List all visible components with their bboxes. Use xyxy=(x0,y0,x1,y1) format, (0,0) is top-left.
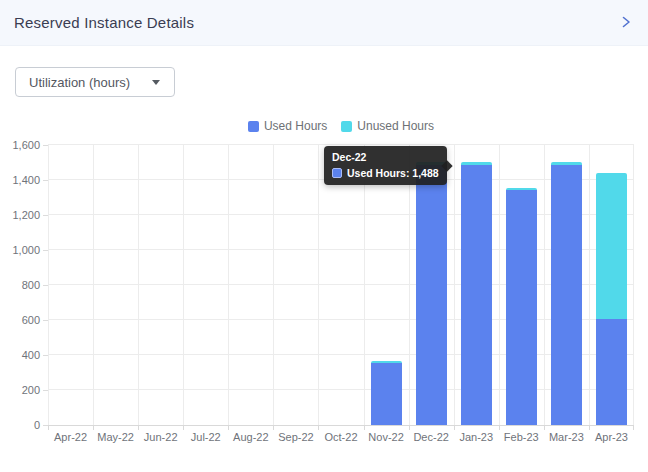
y-tick-label: 0 xyxy=(0,419,40,431)
chevron-right-icon xyxy=(619,15,633,32)
gridline-vertical xyxy=(183,145,184,425)
bar-segment-used-Apr-23[interactable] xyxy=(596,319,627,425)
x-tick-label: Sep-22 xyxy=(271,431,321,443)
gridline-horizontal xyxy=(48,214,634,215)
gridline-vertical xyxy=(318,145,319,425)
gridline-horizontal xyxy=(48,319,634,320)
x-tick-label: Dec-22 xyxy=(406,431,456,443)
y-tick-label: 800 xyxy=(0,279,40,291)
x-tick-mark xyxy=(633,425,634,430)
legend-item-used-hours[interactable]: Used Hours xyxy=(248,119,327,133)
x-tick-label: Apr-23 xyxy=(586,431,636,443)
gridline-vertical xyxy=(138,145,139,425)
gridline-horizontal xyxy=(48,144,634,145)
gridline-vertical xyxy=(589,145,590,425)
x-tick-mark xyxy=(228,425,229,430)
gridline-vertical xyxy=(273,145,274,425)
bar-segment-used-Dec-22[interactable] xyxy=(416,165,447,425)
x-tick-label: Oct-22 xyxy=(316,431,366,443)
panel-header: Reserved Instance Details xyxy=(0,0,648,46)
x-tick-label: Jan-23 xyxy=(451,431,501,443)
x-tick-mark xyxy=(364,425,365,430)
x-tick-mark xyxy=(409,425,410,430)
x-tick-label: Apr-22 xyxy=(46,431,96,443)
gridline-vertical xyxy=(228,145,229,425)
x-tick-mark xyxy=(499,425,500,430)
x-tick-mark xyxy=(183,425,184,430)
bar-segment-unused-Feb-23[interactable] xyxy=(506,188,537,191)
bar-segment-used-Jan-23[interactable] xyxy=(461,165,492,425)
tooltip-series-row: Used Hours: 1,488 xyxy=(332,167,439,179)
gridline-vertical xyxy=(544,145,545,425)
y-tick-label: 1,200 xyxy=(0,209,40,221)
x-tick-mark xyxy=(589,425,590,430)
legend-item-unused-hours[interactable]: Unused Hours xyxy=(341,119,434,133)
bar-segment-unused-Apr-23[interactable] xyxy=(596,173,627,319)
x-tick-mark xyxy=(93,425,94,430)
legend-label: Unused Hours xyxy=(357,119,434,133)
gridline-vertical xyxy=(364,145,365,425)
x-tick-label: Feb-23 xyxy=(496,431,546,443)
bar-segment-unused-Nov-22[interactable] xyxy=(371,361,402,364)
gridline-horizontal xyxy=(48,354,634,355)
gridline-vertical xyxy=(633,145,634,425)
x-axis-labels: Apr-22May-22Jun-22Jul-22Aug-22Sep-22Oct-… xyxy=(48,431,634,445)
dropdown-caret-icon xyxy=(152,80,160,85)
x-tick-mark xyxy=(48,425,49,430)
y-tick-label: 1,600 xyxy=(0,139,40,151)
gridline-horizontal xyxy=(48,284,634,285)
x-tick-label: Nov-22 xyxy=(361,431,411,443)
gridline-horizontal xyxy=(48,389,634,390)
bar-segment-used-Mar-23[interactable] xyxy=(551,165,582,425)
x-tick-label: Aug-22 xyxy=(226,431,276,443)
metric-select-dropdown[interactable]: Utilization (hours) xyxy=(15,67,175,97)
x-tick-mark xyxy=(544,425,545,430)
tooltip-value: Used Hours: 1,488 xyxy=(347,167,439,179)
unused-hours-swatch-icon xyxy=(341,121,352,132)
gridline-horizontal xyxy=(48,425,634,426)
reserved-instance-details-panel: Reserved Instance Details Utilization (h… xyxy=(0,0,648,472)
used-hours-swatch-icon xyxy=(248,121,259,132)
y-tick-label: 600 xyxy=(0,314,40,326)
y-tick-label: 200 xyxy=(0,384,40,396)
legend-label: Used Hours xyxy=(264,119,327,133)
x-tick-mark xyxy=(454,425,455,430)
gridline-vertical xyxy=(409,145,410,425)
chart-plot-area xyxy=(48,145,634,425)
gridline-vertical xyxy=(93,145,94,425)
tooltip-series-marker-icon xyxy=(332,168,342,178)
y-tick-label: 1,400 xyxy=(0,174,40,186)
bar-segment-unused-Mar-23[interactable] xyxy=(551,162,582,165)
metric-select-value: Utilization (hours) xyxy=(16,75,152,90)
gridline-vertical xyxy=(48,145,49,425)
chart-tooltip: Dec-22 Used Hours: 1,488 xyxy=(324,146,447,185)
x-tick-label: May-22 xyxy=(91,431,141,443)
gridline-vertical xyxy=(454,145,455,425)
x-tick-label: Jun-22 xyxy=(136,431,186,443)
x-tick-label: Jul-22 xyxy=(181,431,231,443)
x-tick-mark xyxy=(138,425,139,430)
bar-segment-used-Feb-23[interactable] xyxy=(506,190,537,425)
x-tick-label: Mar-23 xyxy=(541,431,591,443)
y-tick-label: 1,000 xyxy=(0,244,40,256)
panel-collapse-button[interactable] xyxy=(612,9,640,37)
page-title: Reserved Instance Details xyxy=(14,14,194,31)
chart-legend: Used Hours Unused Hours xyxy=(48,118,634,134)
bar-segment-unused-Jan-23[interactable] xyxy=(461,162,492,165)
bar-segment-used-Nov-22[interactable] xyxy=(371,363,402,425)
gridline-horizontal xyxy=(48,249,634,250)
x-tick-mark xyxy=(318,425,319,430)
x-tick-mark xyxy=(273,425,274,430)
gridline-vertical xyxy=(499,145,500,425)
y-tick-label: 400 xyxy=(0,349,40,361)
tooltip-title: Dec-22 xyxy=(332,151,439,163)
y-axis-labels: 02004006008001,0001,2001,4001,600 xyxy=(0,145,40,425)
